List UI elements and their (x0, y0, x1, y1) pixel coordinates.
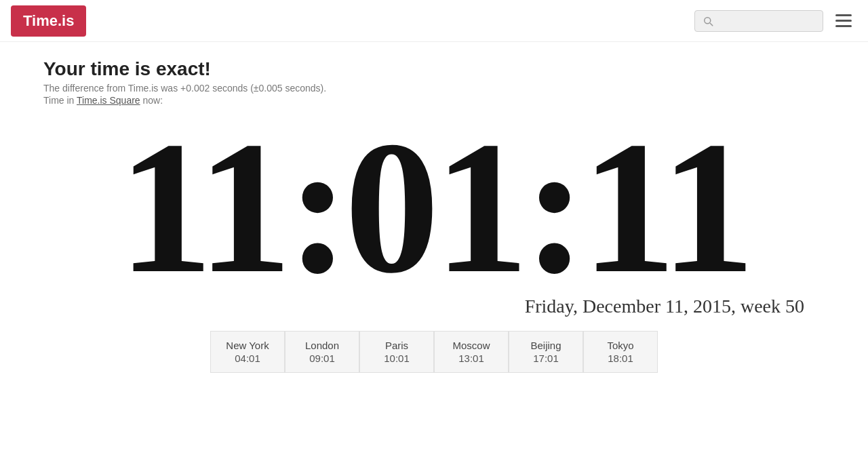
clock-display: 11:01:11 (16, 106, 852, 302)
header: Time.is (0, 0, 868, 42)
time-diff-text: The difference from Time.is was +0.002 s… (43, 83, 825, 94)
city-time: 13:01 (448, 353, 494, 364)
city-time: 04:01 (224, 353, 271, 364)
city-name: Paris (374, 340, 420, 351)
search-input[interactable] (718, 16, 816, 26)
header-right (694, 9, 857, 33)
city-name: New York (224, 340, 271, 351)
city-box[interactable]: London09:01 (285, 331, 359, 373)
city-box[interactable]: Moscow13:01 (434, 331, 509, 373)
city-name: Moscow (448, 340, 494, 351)
city-time: 17:01 (523, 353, 569, 364)
city-time: 09:01 (299, 353, 345, 364)
city-times: New York04:01London09:01Paris10:01Moscow… (43, 331, 825, 373)
city-box[interactable]: Beijing17:01 (509, 331, 583, 373)
main-content: Your time is exact! The difference from … (0, 42, 868, 373)
search-box[interactable] (694, 10, 823, 32)
city-box[interactable]: Paris10:01 (359, 331, 434, 373)
city-name: London (299, 340, 345, 351)
city-box[interactable]: Tokyo18:01 (583, 331, 658, 373)
city-box[interactable]: New York04:01 (210, 331, 285, 373)
city-name: Beijing (523, 340, 569, 351)
time-square-prefix: Time in (43, 95, 77, 106)
city-name: Tokyo (597, 340, 644, 351)
city-time: 10:01 (374, 353, 420, 364)
logo[interactable]: Time.is (11, 5, 86, 37)
clock-time: 11:01:11 (118, 113, 750, 302)
city-time: 18:01 (597, 353, 644, 364)
exact-title: Your time is exact! (43, 58, 825, 80)
logo-text: Time.is (23, 12, 74, 29)
search-icon (702, 15, 714, 27)
hamburger-menu-button[interactable] (830, 9, 857, 33)
date-text: Friday, December 11, 2015, week 50 (525, 296, 804, 317)
